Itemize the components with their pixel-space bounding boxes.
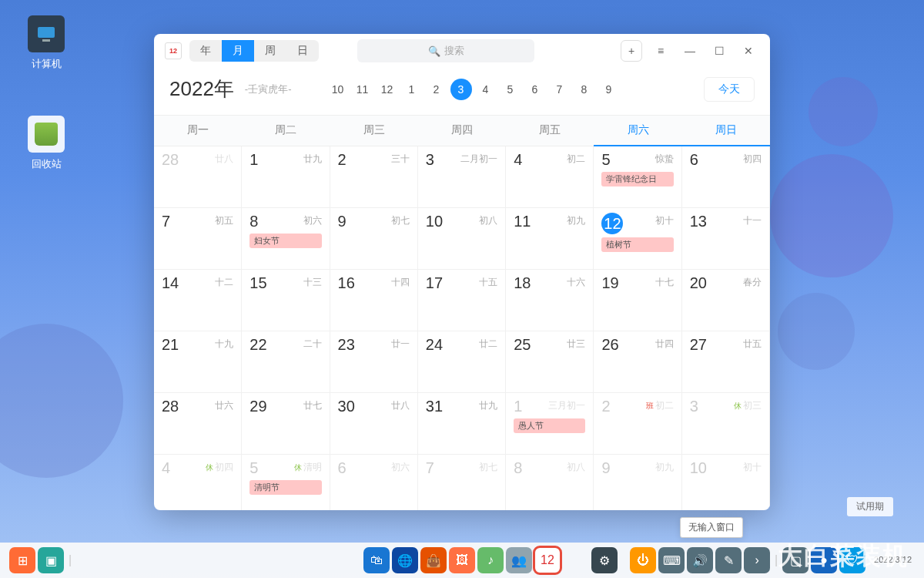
month-11[interactable]: 11 — [352, 79, 373, 100]
day-cell[interactable]: 22二十 — [242, 331, 330, 393]
day-number: 12 — [601, 213, 623, 234]
bag-icon[interactable]: 👜 — [420, 547, 447, 573]
month-10[interactable]: 10 — [327, 79, 349, 100]
svg-rect-0 — [38, 27, 55, 38]
view-week[interactable]: 周 — [254, 40, 286, 62]
day-cell[interactable]: 7初五 — [154, 208, 242, 270]
desktop-icon-trash[interactable]: 回收站 — [15, 116, 77, 171]
day-cell[interactable]: 4初二 — [506, 146, 594, 208]
search-input[interactable]: 🔍搜索 — [357, 39, 534, 62]
day-cell[interactable]: 8初八 — [506, 455, 594, 510]
day-cell[interactable]: 15十三 — [242, 270, 330, 331]
day-cell[interactable]: 26廿四 — [594, 331, 681, 393]
power-icon[interactable]: ⏻ — [630, 547, 656, 573]
month-1[interactable]: 1 — [401, 79, 423, 100]
day-cell[interactable]: 16十四 — [330, 270, 418, 331]
day-cell[interactable]: 4休初四 — [154, 455, 242, 510]
day-cell[interactable]: 28廿六 — [154, 393, 242, 455]
day-cell[interactable]: 6初六 — [330, 455, 418, 510]
view-month[interactable]: 月 — [222, 40, 254, 62]
day-cell[interactable]: 25廿三 — [506, 331, 594, 393]
keyboard-icon[interactable]: ⌨ — [658, 547, 685, 573]
day-cell[interactable]: 17十五 — [418, 270, 506, 331]
separator2-icon[interactable]: | — [772, 547, 780, 573]
day-cell[interactable]: 14十二 — [154, 270, 242, 331]
shield-icon[interactable]: 🛡 — [839, 547, 865, 573]
day-cell[interactable]: 8初六妇女节 — [242, 208, 330, 270]
day-cell[interactable]: 12初十植树节 — [594, 208, 681, 270]
settings-icon[interactable]: ⚙ — [591, 547, 618, 573]
day-cell[interactable]: 10初八 — [418, 208, 506, 270]
day-cell[interactable]: 24廿二 — [418, 331, 506, 393]
day-cell[interactable]: 3二月初一 — [418, 146, 506, 208]
day-cell[interactable]: 13十一 — [682, 208, 770, 270]
month-8[interactable]: 8 — [574, 79, 595, 100]
separator-icon[interactable] — [620, 547, 628, 573]
day-cell[interactable]: 31廿九 — [418, 393, 506, 455]
minimize-button[interactable]: — — [679, 40, 701, 62]
edit-icon[interactable]: ✎ — [715, 547, 742, 573]
day-cell[interactable]: 18十六 — [506, 270, 594, 331]
more-icon[interactable]: › — [744, 547, 770, 573]
month-6[interactable]: 6 — [524, 79, 546, 100]
launcher-icon[interactable]: ⊞ — [9, 547, 35, 573]
day-cell[interactable]: 3休初三 — [682, 393, 770, 455]
day-cell[interactable]: 20春分 — [682, 270, 770, 331]
day-cell[interactable]: 19十七 — [594, 270, 681, 331]
day-cell[interactable]: 30廿八 — [330, 393, 418, 455]
desktop-icon-computer[interactable]: 计算机 — [15, 15, 77, 71]
lunar-label: 廿七 — [303, 399, 322, 412]
contacts-icon[interactable]: 👥 — [506, 547, 532, 573]
month-12[interactable]: 12 — [377, 79, 398, 100]
view-day[interactable]: 日 — [286, 40, 319, 62]
day-cell[interactable]: 29廿七 — [242, 393, 330, 455]
calendar-grid: 28廿八1廿九2三十3二月初一4初二5惊蛰学雷锋纪念日6初四7初五8初六妇女节9… — [154, 146, 770, 510]
lunar-label: 休初三 — [734, 399, 762, 412]
globe-icon[interactable]: ● — [811, 547, 837, 573]
day-cell[interactable]: 2班初二 — [594, 393, 681, 455]
month-7[interactable]: 7 — [549, 79, 571, 100]
weekday-header: 周一周二周三周四周五周六周日 — [154, 115, 770, 146]
day-cell[interactable]: 10初十 — [682, 455, 770, 510]
desktop-icon[interactable]: ▢ — [782, 547, 808, 573]
day-cell[interactable]: 9初七 — [330, 208, 418, 270]
day-cell[interactable]: 5惊蛰学雷锋纪念日 — [594, 146, 681, 208]
day-cell[interactable]: 7初七 — [418, 455, 506, 510]
music-icon[interactable]: ♪ — [477, 547, 504, 573]
calendar-icon[interactable]: 12 — [534, 547, 561, 573]
day-cell[interactable]: 28廿八 — [154, 146, 242, 208]
divider[interactable]: | — [66, 547, 74, 573]
month-3[interactable]: 3 — [450, 79, 472, 100]
app-store-icon[interactable]: 🛍 — [363, 547, 390, 573]
day-cell[interactable]: 11初九 — [506, 208, 594, 270]
day-cell[interactable]: 1三月初一愚人节 — [506, 393, 594, 455]
file-manager-icon[interactable]: ▣ — [38, 547, 64, 573]
browser-icon[interactable]: 🌐 — [392, 547, 418, 573]
day-cell[interactable]: 2三十 — [330, 146, 418, 208]
day-cell[interactable]: 27廿五 — [682, 331, 770, 393]
view-year[interactable]: 年 — [189, 40, 222, 62]
menu-button[interactable]: ≡ — [650, 40, 671, 62]
month-9[interactable]: 9 — [598, 79, 620, 100]
volume-icon[interactable]: 🔊 — [687, 547, 713, 573]
month-2[interactable]: 2 — [426, 79, 447, 100]
today-button[interactable]: 今天 — [704, 77, 755, 102]
lunar-label: 廿六 — [215, 399, 233, 412]
day-number: 5 — [601, 151, 610, 169]
day-cell[interactable]: 5休清明清明节 — [242, 455, 330, 510]
day-cell[interactable]: 23廿一 — [330, 331, 418, 393]
day-cell[interactable]: 1廿九 — [242, 146, 330, 208]
day-cell[interactable]: 9初九 — [594, 455, 681, 510]
year-bar: 2022年 -壬寅虎年- 101112123456789 今天 — [154, 68, 770, 115]
photos-icon[interactable]: 🖼 — [449, 547, 475, 573]
day-cell[interactable]: 21十九 — [154, 331, 242, 393]
maximize-button[interactable]: ☐ — [708, 40, 730, 62]
day-cell[interactable]: 6初四 — [682, 146, 770, 208]
add-button[interactable]: + — [621, 40, 642, 62]
close-button[interactable]: ✕ — [738, 40, 759, 62]
month-4[interactable]: 4 — [475, 79, 497, 100]
weekday-4: 周五 — [506, 116, 594, 146]
month-5[interactable]: 5 — [500, 79, 521, 100]
day-number: 1 — [249, 151, 258, 169]
taskbar-date[interactable]: 2022/3/12 — [868, 555, 918, 565]
